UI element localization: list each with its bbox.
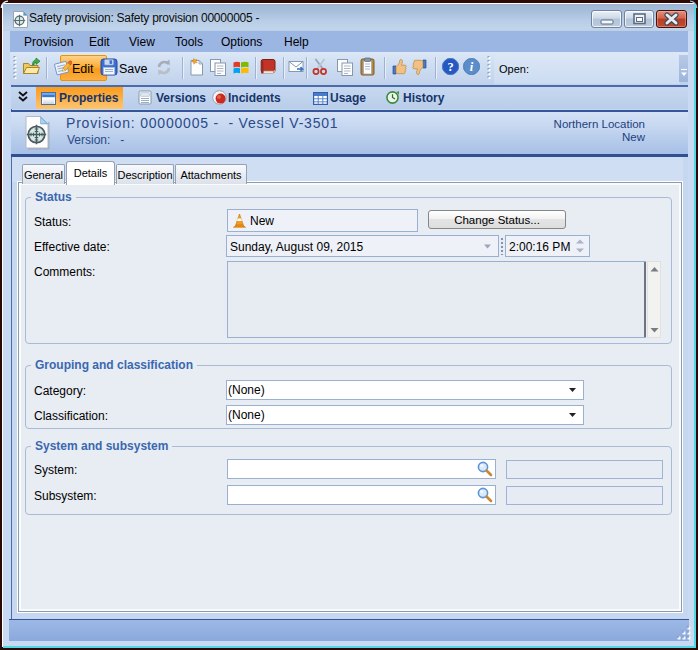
svg-text:?: ? (447, 60, 453, 74)
svg-text:i: i (470, 60, 474, 74)
